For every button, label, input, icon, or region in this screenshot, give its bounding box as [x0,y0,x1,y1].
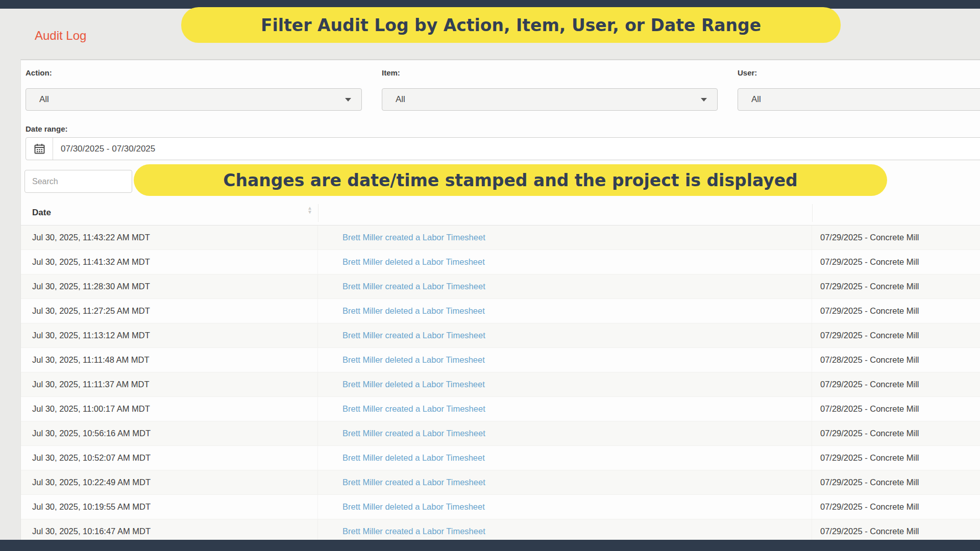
row-project: 07/29/2025 - Concrete Mill [812,306,980,316]
annotation-stamp-tip: Changes are date/time stamped and the pr… [134,164,887,196]
row-action-link[interactable]: Brett Miller deleted a Labor Timesheet [342,380,485,389]
table-row: Jul 30, 2025, 11:41:32 AM MDT Brett Mill… [21,250,980,274]
date-range-label: Date range: [26,124,68,133]
annotation-filter-tip: Filter Audit Log by Action, Item, User, … [181,7,841,43]
column-divider [812,204,813,222]
row-action-link[interactable]: Brett Miller created a Labor Timesheet [342,282,485,291]
calendar-addon[interactable] [26,138,53,160]
row-action-link[interactable]: Brett Miller created a Labor Timesheet [342,478,485,487]
audit-log-page: Audit Log Filter Audit Log by Action, It… [0,0,980,551]
sort-icon[interactable]: ▲▼ [307,206,313,214]
row-project: 07/29/2025 - Concrete Mill [812,257,980,267]
search-input[interactable] [24,170,132,193]
row-project: 07/29/2025 - Concrete Mill [812,453,980,463]
item-filter-label: Item: [382,68,400,77]
row-project: 07/29/2025 - Concrete Mill [812,331,980,340]
row-action-link[interactable]: Brett Miller deleted a Labor Timesheet [342,502,485,512]
page-title: Audit Log [35,29,86,43]
row-action-link[interactable]: Brett Miller deleted a Labor Timesheet [342,306,485,316]
row-action-link[interactable]: Brett Miller created a Labor Timesheet [342,429,485,438]
row-date: Jul 30, 2025, 10:22:49 AM MDT [21,470,318,494]
row-project: 07/28/2025 - Concrete Mill [812,404,980,414]
row-date: Jul 30, 2025, 11:43:22 AM MDT [21,226,318,249]
row-date: Jul 30, 2025, 10:19:55 AM MDT [21,495,318,519]
chevron-down-icon [701,98,707,102]
row-action-link[interactable]: Brett Miller deleted a Labor Timesheet [342,453,485,463]
row-action-link[interactable]: Brett Miller deleted a Labor Timesheet [342,257,485,267]
date-column-header[interactable]: Date [32,208,51,218]
row-action-link[interactable]: Brett Miller created a Labor Timesheet [342,331,485,340]
row-action-link[interactable]: Brett Miller created a Labor Timesheet [342,233,485,242]
row-action-link[interactable]: Brett Miller deleted a Labor Timesheet [342,355,485,365]
action-filter-label: Action: [26,68,52,77]
row-date: Jul 30, 2025, 11:28:30 AM MDT [21,274,318,298]
row-project: 07/29/2025 - Concrete Mill [812,282,980,291]
table-row: Jul 30, 2025, 10:56:16 AM MDT Brett Mill… [21,421,980,446]
row-project: 07/29/2025 - Concrete Mill [812,527,980,536]
table-row: Jul 30, 2025, 10:52:07 AM MDT Brett Mill… [21,446,980,470]
audit-table-body: Jul 30, 2025, 11:43:22 AM MDT Brett Mill… [21,226,980,540]
chevron-down-icon [345,98,351,102]
row-date: Jul 30, 2025, 11:11:48 AM MDT [21,348,318,372]
date-range-input[interactable]: 07/30/2025 - 07/30/2025 [26,137,980,160]
table-row: Jul 30, 2025, 11:13:12 AM MDT Brett Mill… [21,323,980,348]
bottom-bar [0,540,980,551]
row-date: Jul 30, 2025, 11:13:12 AM MDT [21,323,318,347]
action-filter-value: All [39,94,49,105]
row-action-link[interactable]: Brett Miller created a Labor Timesheet [342,527,485,536]
audit-log-panel: Action: Item: User: All All All Date ran… [20,59,980,540]
row-date: Jul 30, 2025, 10:52:07 AM MDT [21,446,318,470]
row-project: 07/28/2025 - Concrete Mill [812,355,980,365]
row-date: Jul 30, 2025, 11:27:25 AM MDT [21,299,318,323]
row-project: 07/29/2025 - Concrete Mill [812,429,980,438]
table-row: Jul 30, 2025, 11:11:48 AM MDT Brett Mill… [21,348,980,372]
row-date: Jul 30, 2025, 11:41:32 AM MDT [21,250,318,274]
user-filter-select[interactable]: All [738,88,980,111]
table-row: Jul 30, 2025, 10:19:55 AM MDT Brett Mill… [21,495,980,519]
table-row: Jul 30, 2025, 11:00:17 AM MDT Brett Mill… [21,397,980,421]
action-filter-select[interactable]: All [26,88,362,111]
row-date: Jul 30, 2025, 11:00:17 AM MDT [21,397,318,421]
row-date: Jul 30, 2025, 10:16:47 AM MDT [21,519,318,540]
table-row: Jul 30, 2025, 11:27:25 AM MDT Brett Mill… [21,299,980,323]
row-date: Jul 30, 2025, 10:56:16 AM MDT [21,421,318,445]
row-project: 07/29/2025 - Concrete Mill [812,380,980,389]
item-filter-value: All [396,94,405,105]
item-filter-select[interactable]: All [382,88,718,111]
calendar-icon [34,143,45,154]
row-project: 07/29/2025 - Concrete Mill [812,502,980,512]
table-row: Jul 30, 2025, 11:11:37 AM MDT Brett Mill… [21,372,980,397]
table-row: Jul 30, 2025, 11:28:30 AM MDT Brett Mill… [21,274,980,299]
row-action-link[interactable]: Brett Miller created a Labor Timesheet [342,404,485,414]
table-row: Jul 30, 2025, 11:43:22 AM MDT Brett Mill… [21,226,980,250]
row-date: Jul 30, 2025, 11:11:37 AM MDT [21,372,318,396]
user-filter-label: User: [738,68,757,77]
user-filter-value: All [751,94,761,105]
table-row: Jul 30, 2025, 10:16:47 AM MDT Brett Mill… [21,519,980,540]
date-range-value: 07/30/2025 - 07/30/2025 [53,144,155,154]
table-row: Jul 30, 2025, 10:22:49 AM MDT Brett Mill… [21,470,980,495]
row-project: 07/29/2025 - Concrete Mill [812,233,980,242]
column-divider [318,204,318,222]
row-project: 07/29/2025 - Concrete Mill [812,478,980,487]
table-header-row[interactable]: Date ▲▼ [21,201,980,226]
